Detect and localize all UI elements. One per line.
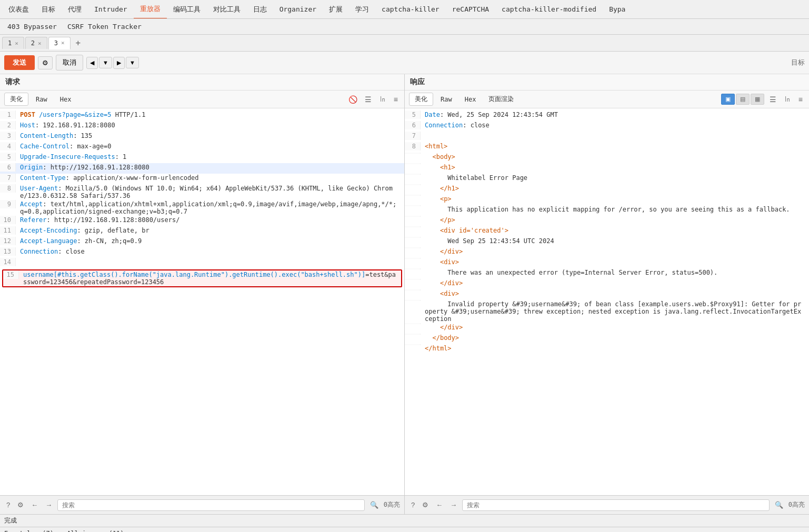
line-number [405, 195, 421, 196]
nav-intruder[interactable]: Intruder [88, 1, 134, 17]
ln-icon[interactable]: ㏑ [377, 94, 388, 105]
request-tab-beautify[interactable]: 美化 [4, 93, 28, 106]
settings-icon-button[interactable]: ⚙ [38, 56, 53, 69]
response-line-6: Whitelabel Error Page [405, 174, 809, 184]
tab-1-close[interactable]: × [15, 40, 18, 47]
nav-403bypasser[interactable]: 403 Bypasser [2, 21, 62, 33]
send-button[interactable]: 发送 [4, 55, 35, 70]
top-navigation: 仪表盘 目标 代理 Intruder 重放器 编码工具 对比工具 日志 Orga… [0, 0, 809, 19]
menu-icon[interactable]: ≡ [392, 94, 400, 105]
request-line-7: 8User-Agent: Mozilla/5.0 (Windows NT 10.… [0, 184, 404, 200]
response-forward-icon[interactable]: → [448, 500, 459, 510]
prev-dropdown[interactable]: ▼ [99, 57, 112, 68]
nav-learn[interactable]: 学习 [349, 1, 375, 18]
line-content: <body> [421, 153, 809, 161]
nav-repeater[interactable]: 重放器 [134, 0, 167, 19]
nav-recaptcha[interactable]: reCAPTCHA [446, 1, 495, 17]
nav-bypa[interactable]: Bypa [603, 1, 632, 17]
next-dropdown[interactable]: ▼ [126, 57, 139, 68]
request-line-9: 10Referer: http://192.168.91.128:8080/us… [0, 216, 404, 226]
response-line-15: There was an unexpected error (type=Inte… [405, 268, 809, 279]
response-line-5: <h1> [405, 163, 809, 174]
next-button[interactable]: ▶ [113, 57, 125, 69]
response-search-input[interactable] [462, 499, 770, 511]
line-content: </div> [421, 279, 809, 287]
response-tab-beautify[interactable]: 美化 [409, 93, 433, 106]
response-line-13: </div> [405, 247, 809, 258]
eye-slash-icon[interactable]: 🚫 [346, 94, 359, 105]
response-line-10: </p> [405, 216, 809, 226]
line-number: 2 [0, 121, 16, 129]
request-panel-title: 请求 [0, 74, 404, 91]
response-tab-raw[interactable]: Raw [435, 94, 457, 105]
prev-button[interactable]: ◀ [86, 57, 98, 69]
response-ln-icon[interactable]: ㏑ [782, 94, 793, 105]
nav-proxy[interactable]: 代理 [62, 1, 88, 18]
navigation-arrows: ◀ ▼ ▶ ▼ [86, 57, 139, 69]
line-number [405, 247, 421, 248]
line-number: 9 [0, 200, 16, 208]
tab-2[interactable]: 2 × [25, 37, 47, 49]
tab-2-close[interactable]: × [38, 40, 42, 47]
line-number: 5 [0, 153, 16, 161]
tab-add-button[interactable]: + [72, 36, 85, 50]
request-tab-hex[interactable]: Hex [55, 94, 77, 105]
request-code-area[interactable]: 1POST /users?page=&size=5 HTTP/1.12Host:… [0, 108, 404, 495]
request-help-icon[interactable]: ? [4, 500, 12, 510]
request-back-icon[interactable]: ← [29, 500, 40, 510]
response-menu-icon[interactable]: ≡ [796, 94, 805, 105]
tab-3-close[interactable]: × [61, 39, 65, 46]
request-line-4: 5Upgrade-Insecure-Requests: 1 [0, 153, 404, 163]
line-number: 7 [405, 132, 421, 140]
all-issues-label[interactable]: All issues (11) ● [67, 530, 131, 533]
request-tab-raw[interactable]: Raw [31, 94, 53, 105]
response-line-17: <div> [405, 289, 809, 300]
nav-extend[interactable]: 扩展 [323, 1, 349, 18]
line-content: Whitelabel Error Page [421, 174, 809, 182]
view-btn-2[interactable]: ▤ [736, 94, 750, 105]
line-number: 8 [0, 184, 16, 193]
request-line-12: 13Connection: close [0, 247, 404, 258]
response-code-area[interactable]: 5Date: Wed, 25 Sep 2024 12:43:54 GMT6Con… [405, 108, 809, 495]
tab-1[interactable]: 1 × [2, 37, 24, 49]
line-content: </h1> [421, 184, 809, 193]
nav-encoder[interactable]: 编码工具 [167, 1, 207, 18]
response-line-7: </h1> [405, 184, 809, 195]
request-forward-icon[interactable]: → [43, 500, 54, 510]
line-number [405, 334, 421, 335]
response-help-icon[interactable]: ? [409, 500, 417, 510]
request-settings-icon[interactable]: ⚙ [15, 500, 26, 510]
line-content: Content-Length: 135 [16, 132, 404, 140]
request-search-input[interactable] [57, 499, 365, 511]
nav-log[interactable]: 日志 [247, 1, 273, 18]
event-log-label[interactable]: Event log (7) ● [4, 530, 61, 533]
response-back-icon[interactable]: ← [434, 500, 445, 510]
line-content: Accept-Language: zh-CN, zh;q=0.9 [16, 237, 404, 245]
nav-compare[interactable]: 对比工具 [207, 1, 247, 18]
cancel-button[interactable]: 取消 [56, 55, 83, 71]
nav-csrf-tracker[interactable]: CSRF Token Tracker [62, 21, 147, 33]
response-list-icon[interactable]: ☰ [767, 94, 778, 105]
response-tab-render[interactable]: 页面渲染 [483, 93, 519, 105]
second-navigation: 403 Bypasser CSRF Token Tracker [0, 19, 809, 35]
response-tab-hex[interactable]: Hex [460, 94, 482, 105]
nav-dashboard[interactable]: 仪表盘 [2, 1, 35, 18]
view-btn-3[interactable]: ▦ [751, 94, 764, 105]
line-number [405, 205, 421, 206]
line-content: <div> [421, 289, 809, 298]
line-number: 11 [0, 226, 16, 235]
nav-target[interactable]: 目标 [35, 1, 62, 18]
line-number [405, 237, 421, 238]
response-search-count: 0高亮 [788, 500, 805, 509]
request-search-icon[interactable]: 🔍 [368, 500, 381, 510]
nav-captcha-killer[interactable]: captcha-killer [375, 1, 446, 17]
nav-organizer[interactable]: Organizer [273, 1, 323, 17]
response-search-icon[interactable]: 🔍 [773, 500, 785, 510]
line-content: Wed Sep 25 12:43:54 UTC 2024 [421, 237, 809, 245]
list-icon[interactable]: ☰ [363, 94, 374, 105]
nav-captcha-killer-modified[interactable]: captcha-killer-modified [495, 1, 603, 17]
tab-3[interactable]: 3 × [48, 37, 71, 49]
response-panel-toolbar: 美化 Raw Hex 页面渲染 ▣ ▤ ▦ ☰ ㏑ ≡ [405, 91, 809, 108]
view-btn-1[interactable]: ▣ [721, 94, 735, 105]
response-settings-icon[interactable]: ⚙ [420, 500, 431, 510]
